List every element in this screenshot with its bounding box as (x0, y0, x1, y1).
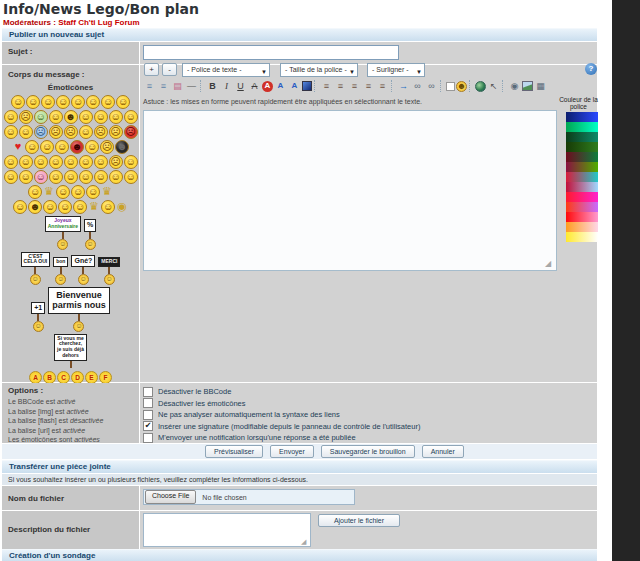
emoticon-smiley[interactable]: ☺ (25, 140, 39, 154)
highlight-select[interactable]: - Surligner - (367, 63, 425, 77)
font-color-swatch-row-7[interactable] (566, 182, 598, 192)
emoticon-sad-smiley[interactable]: ☹ (100, 140, 114, 154)
cursor-icon[interactable]: ↖ (487, 80, 500, 93)
font-color-swatch-row-4[interactable] (566, 152, 598, 162)
sauvegarder-le-brouillon-button[interactable]: Sauvegarder le brouillon (321, 445, 415, 458)
option-checkbox-row-3[interactable]: ✔Insérer une signature (modifiable depui… (143, 421, 420, 433)
emoticon-letter-d[interactable]: D (71, 371, 84, 384)
font-color-swatch-row-3[interactable] (566, 142, 598, 152)
transparent-swatch-icon[interactable] (446, 82, 455, 91)
subject-input[interactable] (143, 45, 399, 60)
emoticon-smiley[interactable]: ☺ (26, 95, 40, 109)
align-indent-icon[interactable]: ≡ (376, 80, 389, 93)
film-icon[interactable]: ▦ (534, 80, 547, 93)
emoticon-trophy[interactable]: ♛ (101, 185, 113, 197)
font-color-swatch-row-5[interactable] (566, 162, 598, 172)
font-size-decrease-button[interactable]: - (162, 63, 177, 76)
emoticon-smiley[interactable]: ☺ (79, 170, 93, 184)
checkbox-icon[interactable] (143, 398, 153, 408)
emoticon-birthday-sign[interactable]: JoyeuxAnniversaire ☺ (45, 216, 81, 250)
emoticon-smiley[interactable]: ☺ (64, 155, 78, 169)
align-justify-icon[interactable]: ≡ (362, 80, 375, 93)
font-color-swatch-row-2[interactable] (566, 132, 598, 142)
emoticon-smiley[interactable]: ☺ (4, 155, 18, 169)
font-color-swatch-row-8[interactable] (566, 192, 598, 202)
emoticon-bienvenue-sign[interactable]: Bienvenueparmis nous ☺ (48, 287, 110, 332)
emoticon-smiley[interactable]: ☺ (109, 110, 123, 124)
font-color-swatch-row-11[interactable] (566, 222, 598, 232)
emoticon-medal[interactable]: ◉ (116, 200, 128, 212)
emoticon-smiley[interactable]: ☺ (71, 95, 85, 109)
moderators-link[interactable]: Staff Ch'ti Lug Forum (58, 18, 139, 27)
align-left-icon[interactable]: ≡ (320, 80, 333, 93)
emoticon-percent-sign[interactable]: % ☺ (84, 219, 96, 249)
image-icon[interactable] (522, 81, 533, 91)
checkbox-icon[interactable] (143, 410, 153, 420)
emoticon-smiley[interactable]: ☺ (56, 185, 70, 199)
emoticon-sad-smiley[interactable]: ☹ (94, 125, 108, 139)
font-size-select[interactable]: - Taille de la police - (280, 63, 358, 77)
emoticon-smiley[interactable]: ☺ (4, 170, 18, 184)
emoticon-grin-smiley[interactable]: ☻ (64, 110, 78, 124)
emoticon-bon-sign[interactable]: bon ☺ (53, 257, 68, 285)
emoticon-smiley[interactable]: ☺ (94, 170, 108, 184)
emoticon-smiley[interactable]: ☺ (4, 110, 18, 124)
media-icon[interactable]: ◉ (508, 80, 521, 93)
emoticon-smiley[interactable]: ☺ (13, 200, 27, 214)
font-color-swatch-row-6[interactable] (566, 172, 598, 182)
align-center-icon[interactable]: ≡ (334, 80, 347, 93)
emoticon-smiley[interactable]: ☺ (49, 155, 63, 169)
emoticon-letter-b[interactable]: B (43, 371, 56, 384)
emoticon-smiley[interactable]: ☺ (85, 140, 99, 154)
choose-file-button[interactable]: Choose File (145, 490, 196, 504)
font-family-select[interactable]: - Police de texte - (182, 63, 270, 77)
font-color-swatch-row-12[interactable] (566, 232, 598, 242)
add-file-button[interactable]: Ajouter le fichier (318, 514, 400, 527)
unlink-icon[interactable]: ∞ (425, 80, 438, 93)
emoticon-smiley[interactable]: ☺ (28, 185, 42, 199)
message-textarea[interactable] (143, 110, 557, 271)
option-checkbox-row-2[interactable]: Ne pas analyser automatiquement la synta… (143, 409, 420, 421)
bullet-list-icon[interactable]: ≡ (143, 80, 156, 93)
emoticon-smiley[interactable]: ☺ (58, 200, 72, 214)
emoticon-heart[interactable]: ♥ (12, 140, 24, 152)
emoticon-sad-smiley[interactable]: ☹ (109, 155, 123, 169)
emoticon-green-smiley[interactable]: ☺ (34, 110, 48, 124)
align-right-icon[interactable]: ≡ (348, 80, 361, 93)
emoticon-smiley[interactable]: ☺ (49, 170, 63, 184)
quote-icon[interactable]: ▤ (171, 80, 184, 93)
emoticon-sad-smiley[interactable]: ☹ (64, 125, 78, 139)
emoticon-crying-smiley[interactable]: ☹ (34, 125, 48, 139)
emoticon-smiley[interactable]: ☺ (71, 185, 85, 199)
emoticon-smiley[interactable]: ☺ (19, 155, 33, 169)
emoticon-plus-one-sign[interactable]: +1 ☺ (31, 302, 45, 332)
emoticon-smiley[interactable]: ☺ (86, 185, 100, 199)
emoticon-letter-f[interactable]: F (99, 371, 112, 384)
emoticon-smiley[interactable]: ☺ (19, 125, 33, 139)
emoticon-cest-cela-oui-sign[interactable]: C'ESTCELA OUI ☺ (21, 252, 51, 286)
font-size-increase-button[interactable]: + (144, 63, 159, 76)
emoticon-smiley[interactable]: ☺ (79, 155, 93, 169)
emoticon-cherchez-sign[interactable]: Si vous mecherchez,je suis déjàdehors (54, 334, 87, 368)
emoticon-letter-c[interactable]: C (57, 371, 70, 384)
annuler-button[interactable]: Annuler (422, 445, 464, 458)
emoticon-grin-smiley[interactable]: ☻ (28, 200, 42, 214)
emoticon-devil-smiley[interactable]: ☻ (70, 140, 84, 154)
option-checkbox-row-1[interactable]: Désactiver les émoticônes (143, 398, 420, 410)
help-icon[interactable]: ? (585, 63, 597, 75)
code-icon[interactable]: → (397, 80, 410, 93)
emoticon-sad-smiley[interactable]: ☹ (109, 125, 123, 139)
emoticon-smiley[interactable]: ☺ (124, 110, 138, 124)
option-checkbox-row-4[interactable]: M'envoyer une notification lorsqu'une ré… (143, 432, 420, 444)
emoticon-smiley[interactable]: ☺ (49, 110, 63, 124)
emoticon-sad-smiley[interactable]: ☹ (19, 110, 33, 124)
emoticon-smiley[interactable]: ☺ (101, 95, 115, 109)
emoticon-smiley[interactable]: ☺ (56, 95, 70, 109)
pr-visualiser-button[interactable]: Prévisualiser (205, 445, 263, 458)
emoticon-smiley[interactable]: ☺ (34, 155, 48, 169)
globe-link-icon[interactable] (475, 81, 486, 92)
link-icon[interactable]: ∞ (411, 80, 424, 93)
emoticon-trophy[interactable]: ♛ (43, 185, 55, 197)
font-color-swatch-row-10[interactable] (566, 212, 598, 222)
numbered-list-icon[interactable]: ≡ (157, 80, 170, 93)
